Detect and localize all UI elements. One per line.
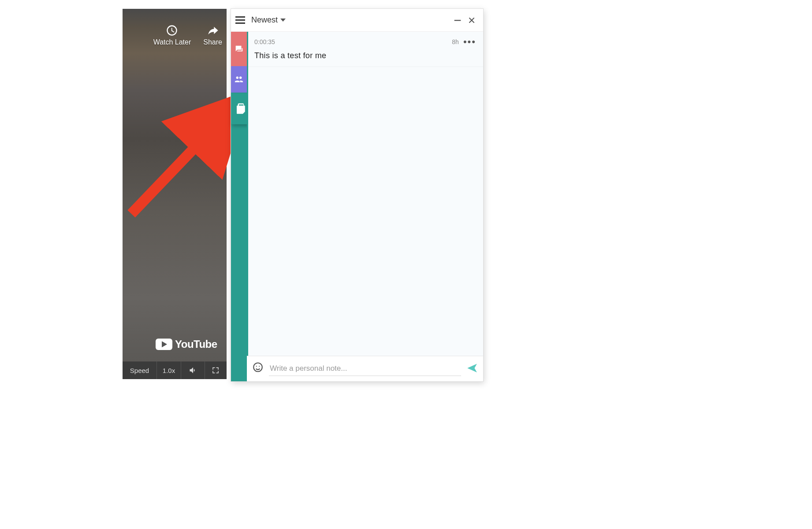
note-text: This is a test for me (254, 51, 476, 60)
composer (247, 356, 483, 381)
play-badge-icon (156, 339, 172, 350)
side-tabs (231, 32, 247, 381)
fullscreen-icon (212, 366, 220, 374)
minimize-icon (453, 15, 462, 25)
hamburger-icon (235, 16, 245, 18)
svg-point-2 (253, 363, 262, 372)
clock-icon (166, 24, 178, 37)
watch-later-button[interactable]: Watch Later (153, 24, 191, 46)
watch-later-label: Watch Later (153, 38, 191, 46)
panel-header: Newest (231, 9, 483, 32)
emoji-icon (252, 361, 264, 373)
note-timestamp: 0:00:35 (254, 38, 275, 45)
volume-icon (189, 366, 197, 375)
send-icon (466, 362, 478, 374)
minimize-button[interactable] (451, 13, 465, 27)
menu-button[interactable] (233, 13, 248, 28)
sort-dropdown[interactable]: Newest (251, 15, 286, 25)
note-input[interactable] (269, 361, 461, 376)
notes-panel: Newest Personal Notes (231, 9, 483, 381)
video-bottom-bar: Speed 1.0x (123, 361, 227, 379)
share-arrow-icon (207, 24, 219, 37)
youtube-logo: YouTube (156, 338, 217, 350)
svg-point-4 (259, 366, 260, 367)
svg-rect-1 (454, 20, 461, 21)
send-button[interactable] (466, 362, 478, 376)
clipboard-edit-icon (235, 102, 248, 115)
volume-button[interactable] (181, 361, 205, 379)
note-more-button[interactable]: ••• (463, 36, 476, 48)
tab-personal-notes[interactable] (231, 93, 247, 381)
svg-point-3 (256, 366, 257, 367)
chat-icon (234, 44, 244, 54)
speed-value[interactable]: 1.0x (157, 361, 181, 379)
share-label: Share (203, 38, 222, 46)
note-item[interactable]: 0:00:35 8h ••• This is a test for me (248, 32, 483, 67)
chevron-down-icon (280, 19, 286, 22)
video-player[interactable]: Watch Later Share YouTube Speed 1.0x (123, 9, 230, 379)
youtube-brand-text: YouTube (175, 338, 217, 350)
speed-label[interactable]: Speed (123, 361, 157, 379)
tab-group[interactable] (231, 66, 247, 93)
share-button[interactable]: Share (203, 24, 222, 46)
emoji-button[interactable] (252, 361, 264, 376)
tab-chat[interactable] (231, 32, 247, 66)
fullscreen-button[interactable] (205, 361, 226, 379)
group-icon (234, 75, 244, 84)
note-age: 8h (452, 38, 459, 45)
sort-label: Newest (251, 15, 278, 25)
close-icon (467, 16, 476, 25)
notes-list: 0:00:35 8h ••• This is a test for me (247, 32, 483, 356)
close-button[interactable] (465, 13, 479, 27)
